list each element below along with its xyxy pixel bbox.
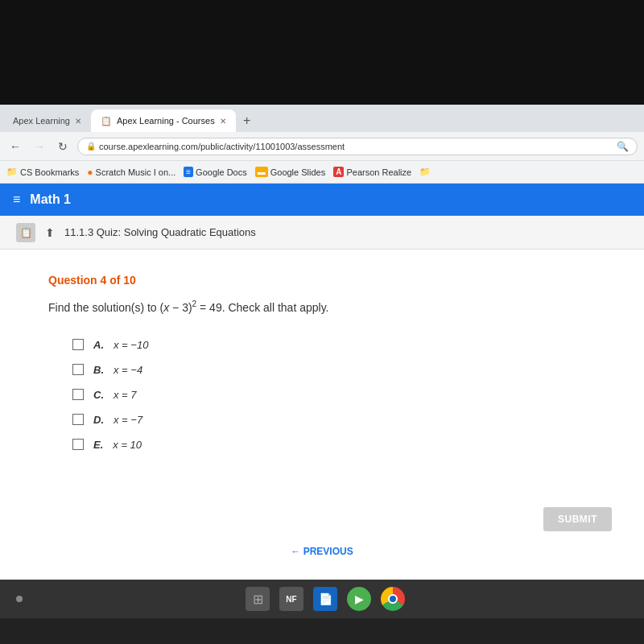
tab-label: Apex Learning xyxy=(13,116,70,126)
option-b-value: x = −4 xyxy=(114,364,142,376)
tab-bar: Apex Learning ✕ 📋 Apex Learning - Course… xyxy=(0,105,644,132)
bookmark-folder-icon: 📁 xyxy=(419,167,431,177)
bookmark-folder[interactable]: 📁 xyxy=(419,167,431,177)
taskbar-center: ⊞ NF 📄 ▶ xyxy=(246,587,405,611)
search-icon: 🔍 xyxy=(617,141,629,152)
submit-button[interactable]: SUBMIT xyxy=(543,507,612,531)
tab-active-close-icon[interactable]: ✕ xyxy=(220,117,226,126)
bookmark-cs-icon: 📁 xyxy=(6,167,18,177)
option-a[interactable]: A. x = −10 xyxy=(72,339,596,351)
checkbox-c[interactable] xyxy=(72,389,84,400)
option-e-value: x = 10 xyxy=(113,439,142,451)
content-area: Question 4 of 10 Find the solution(s) to… xyxy=(0,250,644,580)
bookmark-pearson-icon: A xyxy=(333,167,344,177)
taskbar-play-icon[interactable]: ▶ xyxy=(347,587,371,611)
bookmark-gdocs-label: Google Docs xyxy=(196,167,247,177)
upload-icon: ⬆ xyxy=(45,226,55,239)
bezel-top xyxy=(0,0,644,105)
option-a-letter: A. xyxy=(93,339,104,351)
reload-button[interactable]: ↻ xyxy=(55,138,71,155)
bookmark-cs[interactable]: 📁 CS Bookmarks xyxy=(6,167,79,177)
quiz-book-icon: 📋 xyxy=(16,223,35,242)
bookmark-cs-label: CS Bookmarks xyxy=(20,167,79,177)
taskbar-nf-icon[interactable]: NF xyxy=(279,587,303,611)
bookmark-gslides[interactable]: ▬ Google Slides xyxy=(255,167,326,177)
question-text: Find the solution(s) to (x − 3)2 = 49. C… xyxy=(48,298,596,316)
taskbar-doc-icon[interactable]: 📄 xyxy=(313,587,337,611)
address-bar: ← → ↻ 🔒 course.apexlearning.com/public/a… xyxy=(0,132,644,161)
tab-active-label: Apex Learning - Courses xyxy=(117,116,215,126)
bezel-bottom xyxy=(0,618,644,644)
checkbox-d[interactable] xyxy=(72,414,84,425)
question-label: Question 4 of 10 xyxy=(48,274,596,287)
option-a-value: x = −10 xyxy=(114,339,148,351)
browser-window: Apex Learning ✕ 📋 Apex Learning - Course… xyxy=(0,105,644,580)
answer-options: A. x = −10 B. x = −4 C. x = 7 D. x = −7 xyxy=(48,339,596,451)
hamburger-icon[interactable]: ≡ xyxy=(13,192,20,207)
forward-button[interactable]: → xyxy=(31,138,48,155)
option-c[interactable]: C. x = 7 xyxy=(72,389,596,401)
bookmark-pearson[interactable]: A Pearson Realize xyxy=(333,167,411,177)
taskbar-files-icon[interactable]: ⊞ xyxy=(246,587,270,611)
option-d-letter: D. xyxy=(93,414,104,426)
taskbar: ⊞ NF 📄 ▶ xyxy=(0,580,644,618)
previous-button[interactable]: ← PREVIOUS xyxy=(291,546,353,557)
bookmark-gdocs-icon: ≡ xyxy=(184,167,193,177)
option-e[interactable]: E. x = 10 xyxy=(72,439,596,451)
url-bar[interactable]: 🔒 course.apexlearning.com/public/activit… xyxy=(77,138,638,155)
taskbar-dot xyxy=(16,596,23,602)
checkbox-e[interactable] xyxy=(72,439,84,450)
taskbar-chrome-icon[interactable] xyxy=(381,587,405,611)
bookmark-gslides-label: Google Slides xyxy=(270,167,326,177)
quiz-header: 📋 ⬆ 11.1.3 Quiz: Solving Quadratic Equat… xyxy=(0,216,644,250)
checkbox-b[interactable] xyxy=(72,364,84,375)
bookmark-pearson-label: Pearson Realize xyxy=(346,167,411,177)
back-button[interactable]: ← xyxy=(6,138,24,155)
bookmark-scratch-icon: ● xyxy=(87,167,93,178)
bookmark-gslides-icon: ▬ xyxy=(255,167,268,177)
app-header: ≡ Math 1 xyxy=(0,184,644,216)
checkbox-a[interactable] xyxy=(72,339,84,350)
lock-icon: 🔒 xyxy=(86,142,96,151)
option-d[interactable]: D. x = −7 xyxy=(72,414,596,426)
tab-favicon: 📋 xyxy=(101,116,112,126)
quiz-title: 11.1.3 Quiz: Solving Quadratic Equations xyxy=(64,226,256,238)
app-title: Math 1 xyxy=(30,192,71,207)
bookmark-scratch-label: Scratch Music I on... xyxy=(96,167,176,177)
tab-apex-learning[interactable]: Apex Learning ✕ xyxy=(3,109,91,132)
option-b[interactable]: B. x = −4 xyxy=(72,364,596,376)
tab-close-icon[interactable]: ✕ xyxy=(75,117,81,126)
tab-apex-courses[interactable]: 📋 Apex Learning - Courses ✕ xyxy=(91,109,236,132)
taskbar-left xyxy=(16,596,23,602)
option-c-value: x = 7 xyxy=(114,389,137,401)
option-e-letter: E. xyxy=(93,439,103,451)
option-d-value: x = −7 xyxy=(114,414,142,426)
new-tab-button[interactable]: + xyxy=(236,109,258,132)
bookmark-gdocs[interactable]: ≡ Google Docs xyxy=(184,167,246,177)
bookmarks-bar: 📁 CS Bookmarks ● Scratch Music I on... ≡… xyxy=(0,161,644,184)
bookmark-scratch[interactable]: ● Scratch Music I on... xyxy=(87,167,175,178)
option-b-letter: B. xyxy=(93,364,104,376)
url-text: course.apexlearning.com/public/activity/… xyxy=(99,142,345,151)
option-c-letter: C. xyxy=(93,389,104,401)
